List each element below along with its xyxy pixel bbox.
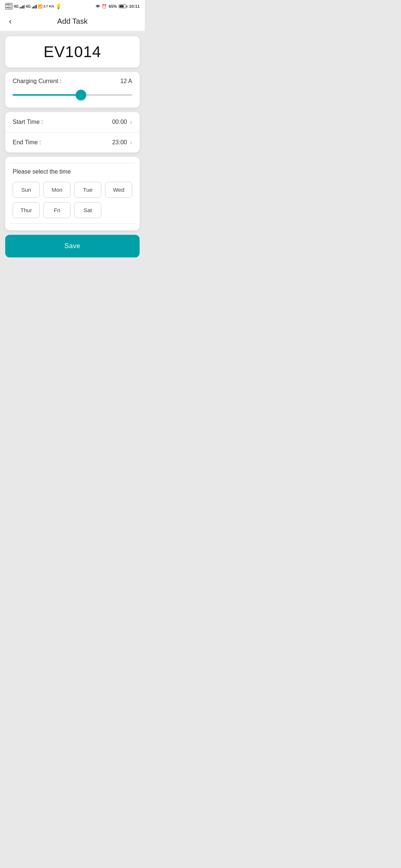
page-title: Add Task [57, 17, 88, 26]
day-row-2: Thur Fri Sat [13, 202, 132, 218]
status-bar: HD1HD2 4G 4G 📶 2.7 K/s 💡 👁 ⏰ 65% 10:11 [0, 0, 145, 12]
day-btn-wed[interactable]: Wed [105, 182, 132, 198]
start-time-label: Start Time : [13, 119, 43, 125]
start-time-value: 00:00 [112, 119, 127, 125]
network-4g: 4G [14, 4, 19, 9]
hd-icon: HD1HD2 [5, 3, 13, 10]
day-btn-fri[interactable]: Fri [43, 202, 71, 218]
status-left: HD1HD2 4G 4G 📶 2.7 K/s 💡 [5, 3, 62, 10]
charging-value: 12 A [120, 78, 132, 85]
start-time-chevron: › [130, 119, 132, 125]
day-row-1: Sun Mon Tue Wed [13, 182, 132, 198]
charging-header: Charging Current : 12 A [13, 78, 132, 85]
save-button[interactable]: Save [5, 235, 140, 257]
speed-text: 2.7 K/s [43, 4, 54, 8]
day-picker-prompt: Please select the time [10, 168, 135, 175]
battery-percent: 65% [109, 4, 117, 9]
signal-bars-1 [20, 4, 25, 9]
day-btn-sat[interactable]: Sat [74, 202, 101, 218]
time-display: 10:11 [129, 4, 140, 9]
day-picker-card: Please select the time Sun Mon Tue Wed T… [5, 157, 140, 230]
bottom-divider [10, 223, 135, 224]
slider-wrapper[interactable] [13, 90, 132, 100]
header: ‹ Add Task [0, 12, 145, 31]
eye-icon: 👁 [96, 4, 100, 9]
charging-current-card: Charging Current : 12 A [5, 72, 140, 108]
start-time-value-group: 00:00 › [112, 119, 132, 125]
day-btn-sun[interactable]: Sun [13, 182, 40, 198]
end-time-value-group: 23:00 › [112, 139, 132, 146]
network-4g-2: 4G [26, 4, 30, 9]
bulb-icon: 💡 [55, 3, 62, 9]
ev-id-text: EV1014 [43, 43, 101, 60]
top-divider [10, 163, 135, 163]
end-time-value: 23:00 [112, 139, 127, 146]
content-area: EV1014 Charging Current : 12 A Start Tim… [0, 31, 145, 265]
battery-icon [119, 4, 127, 8]
end-time-row[interactable]: End Time : 23:00 › [5, 132, 140, 152]
end-time-label: End Time : [13, 139, 41, 146]
end-time-chevron: › [130, 139, 132, 146]
alarm-icon: ⏰ [102, 4, 107, 9]
start-time-row[interactable]: Start Time : 00:00 › [5, 112, 140, 132]
back-button[interactable]: ‹ [6, 16, 14, 27]
charging-label: Charging Current : [13, 78, 62, 85]
day-grid: Sun Mon Tue Wed Thur Fri Sat [10, 182, 135, 218]
day-btn-mon[interactable]: Mon [43, 182, 71, 198]
day-btn-thur[interactable]: Thur [13, 202, 40, 218]
signal-bars-2 [32, 4, 37, 9]
ev-id-card: EV1014 [5, 36, 140, 68]
wifi-icon: 📶 [38, 4, 42, 9]
status-right: 👁 ⏰ 65% 10:11 [96, 4, 140, 9]
day-btn-tue[interactable]: Tue [74, 182, 101, 198]
time-card: Start Time : 00:00 › End Time : 23:00 › [5, 112, 140, 152]
